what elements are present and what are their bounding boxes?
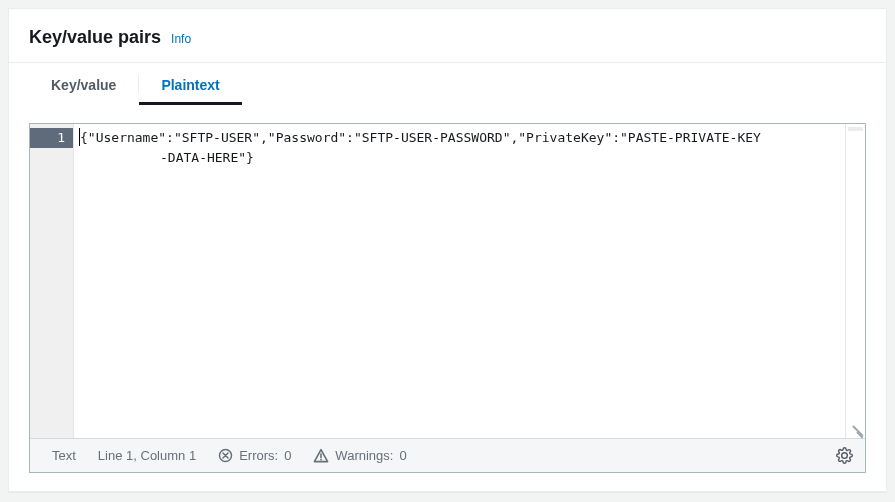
status-errors[interactable]: Errors: 0	[218, 448, 291, 463]
status-warnings[interactable]: Warnings: 0	[313, 448, 406, 464]
warnings-count: 0	[399, 448, 406, 463]
code-content[interactable]: {"Username":"SFTP-USER","Password":"SFTP…	[74, 124, 845, 438]
status-cursor-position: Line 1, Column 1	[98, 448, 196, 463]
text-caret	[79, 128, 80, 146]
tab-plaintext[interactable]: Plaintext	[139, 63, 241, 105]
editor-body: 1 {"Username":"SFTP-USER","Password":"SF…	[30, 124, 865, 438]
tab-key-value[interactable]: Key/value	[29, 63, 138, 105]
editor-status-bar: Text Line 1, Column 1 Errors: 0 Warnings…	[30, 438, 865, 472]
editor-settings-button[interactable]	[831, 443, 857, 469]
warnings-label: Warnings:	[335, 448, 393, 463]
key-value-pairs-panel: Key/value pairs Info Key/value Plaintext…	[8, 8, 887, 492]
code-area[interactable]: {"Username":"SFTP-USER","Password":"SFTP…	[74, 124, 845, 438]
status-mode: Text	[38, 448, 76, 463]
mini-map[interactable]	[845, 124, 865, 438]
line-number: 1	[30, 128, 73, 148]
errors-count: 0	[284, 448, 291, 463]
svg-point-2	[320, 458, 322, 460]
info-link[interactable]: Info	[171, 32, 191, 46]
wrapped-line: -DATA-HERE"}	[80, 148, 254, 168]
panel-header: Key/value pairs Info	[9, 9, 886, 63]
code-editor: 1 {"Username":"SFTP-USER","Password":"SF…	[29, 123, 866, 473]
warning-icon	[313, 448, 329, 464]
errors-label: Errors:	[239, 448, 278, 463]
panel-title: Key/value pairs	[29, 27, 161, 48]
error-icon	[218, 448, 233, 463]
tabs: Key/value Plaintext	[9, 63, 886, 105]
line-number-gutter: 1	[30, 124, 74, 438]
gear-icon	[836, 447, 853, 464]
